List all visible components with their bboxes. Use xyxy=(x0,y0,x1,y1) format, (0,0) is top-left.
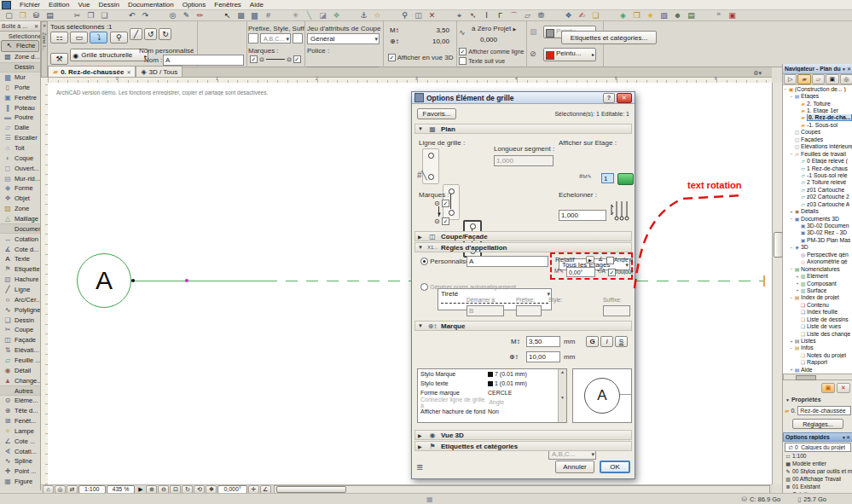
toolbox-header[interactable]: Boîte à ... ✕ xyxy=(0,21,40,32)
reglages-button[interactable]: Réglages... xyxy=(792,419,843,429)
tree-item[interactable]: − ▤ Infos xyxy=(783,345,852,351)
tree-item[interactable]: ▣ PM-3D Plan Mas xyxy=(783,236,852,243)
hscroll-thumb[interactable] xyxy=(276,486,346,493)
tree-item[interactable]: ▱ z03 Cartouche A xyxy=(783,200,852,207)
pen-set-icon[interactable]: ⌂ xyxy=(43,485,54,494)
navigator-menu-icon[interactable]: ▼ xyxy=(842,67,846,72)
parameter-row[interactable]: Stylo Marque 7 (0.01 mm) xyxy=(418,369,566,379)
toolbox-tool[interactable]: ✂ Coupe xyxy=(0,325,40,335)
toolbox-tool[interactable]: ▬ Poutre xyxy=(0,113,40,123)
parameter-row[interactable]: Stylo texte 1 (0.01 mm) xyxy=(418,379,566,388)
redo-icon[interactable]: ↷ xyxy=(139,10,152,21)
tree-item[interactable]: − ▱ Feuilles de travail xyxy=(783,150,852,157)
italic-button[interactable]: I xyxy=(600,336,613,347)
tree-item[interactable]: − ◈ 3D xyxy=(783,244,852,251)
navigator-close-icon[interactable]: ✕ xyxy=(847,66,851,72)
rotate-ccw-icon[interactable]: ↺ xyxy=(144,28,157,40)
tab-close-icon[interactable]: ✕ xyxy=(126,69,130,75)
layout-book-icon[interactable]: ▣ xyxy=(826,74,838,84)
arrow-tool-icon[interactable]: ↖ xyxy=(221,10,234,21)
new-icon[interactable]: ▢ xyxy=(3,10,15,21)
favorites-icon[interactable]: ◈ xyxy=(617,10,629,21)
demarrer-input[interactable]: B xyxy=(467,305,504,316)
marque-size-input[interactable]: 3,50 xyxy=(526,336,560,347)
navigator-header[interactable]: Navigateur - Plan du... ▼ ✕ xyxy=(783,64,852,74)
toolbox-close-icon[interactable]: ✕ xyxy=(34,23,38,29)
magic-wand-icon[interactable]: ☆ xyxy=(371,10,384,21)
library-icon[interactable]: ❒ xyxy=(630,10,643,21)
fit-view-icon[interactable]: ⊡ xyxy=(170,485,181,494)
toolbar-icon[interactable] xyxy=(207,10,220,21)
toolbar-icon[interactable] xyxy=(439,10,452,21)
toolbar-icon[interactable] xyxy=(57,10,70,21)
toolbox-tool[interactable]: A Texte xyxy=(0,254,40,264)
section-vue3d-header[interactable]: ▶◉Vue 3D xyxy=(414,430,632,440)
dialog-close-button[interactable]: ✕ xyxy=(617,93,632,103)
section-etiquettes-header[interactable]: ▶⚑Etiquettes et catégories xyxy=(414,441,632,451)
publisher-icon[interactable]: ◎ xyxy=(840,74,852,84)
menu-item[interactable]: Fichier xyxy=(15,1,44,9)
tree-item[interactable]: ▰ 1. Etage 1er xyxy=(783,107,852,113)
ok-button[interactable]: OK xyxy=(600,461,630,473)
afficher-ligne-checkbox[interactable]: ✓ xyxy=(459,48,467,55)
notes-icon[interactable]: ▧ xyxy=(658,10,670,21)
toolbox-tool[interactable]: ✛ Point ... xyxy=(0,466,40,477)
toolbar-icon[interactable] xyxy=(344,10,356,21)
delete-icon[interactable]: ✕ xyxy=(837,383,850,393)
zoom-out-icon[interactable]: ⊖ xyxy=(158,485,169,494)
cut-icon[interactable]: ✂ xyxy=(71,10,84,21)
publish-icon[interactable]: ⛃ xyxy=(535,10,548,21)
afficher-3d-checkbox[interactable]: ✓ xyxy=(388,54,396,61)
pen-number-input[interactable]: 1 xyxy=(601,173,614,183)
tree-item[interactable]: ❏ Liste de dessins xyxy=(783,316,852,322)
toolbox-tool[interactable]: Dessin xyxy=(0,62,40,72)
toolbox-tool[interactable]: ▨ Zone xyxy=(0,204,40,214)
trace-reference-icon[interactable]: ◪ xyxy=(316,10,329,21)
toolbox-tool[interactable]: ▱ Feuille ... xyxy=(0,355,40,365)
toolbar-icon[interactable] xyxy=(112,10,125,21)
marque-top-checkbox[interactable]: ✓ xyxy=(442,200,449,207)
chat-icon[interactable]: ❝ xyxy=(712,10,725,21)
style-dropdown[interactable]: A,B,C... xyxy=(260,33,291,43)
default-settings-icon[interactable]: ⚏ xyxy=(50,32,68,43)
toolbar-icon[interactable] xyxy=(548,10,561,21)
group-icon[interactable]: ❖ xyxy=(330,10,343,21)
orientation-icon[interactable]: ➴ xyxy=(467,10,479,21)
grid-line-solid[interactable] xyxy=(133,281,265,281)
quick-view-icon[interactable]: ◎ xyxy=(55,485,66,494)
previous-view-icon[interactable]: ↻ xyxy=(182,485,193,494)
toolbox-tool[interactable]: ▱ Dalle xyxy=(0,123,40,133)
annuler-button[interactable]: Annuler xyxy=(555,461,594,473)
options-rapides-header[interactable]: Options rapides ▼ ✕ xyxy=(783,432,852,442)
gravity-icon[interactable]: ⚓ xyxy=(357,10,370,21)
toolbox-tool[interactable]: ↔ Cotation xyxy=(0,234,40,244)
canvas-horizontal-scrollbar[interactable] xyxy=(274,485,770,494)
paste-icon[interactable]: ❏ xyxy=(98,10,111,21)
toolbox-tool[interactable]: ◉ Détail xyxy=(0,365,40,375)
rotate-cw-icon[interactable]: ↻ xyxy=(159,28,171,40)
toolbox-tool[interactable]: ↖ Flèche xyxy=(1,40,39,52)
e-learning-icon[interactable]: ▤ xyxy=(685,10,698,21)
tree-item[interactable]: + ▥ Composant xyxy=(783,280,852,287)
marque-bottom-checkbox[interactable]: ✓ xyxy=(442,217,449,225)
fit-in-window-icon[interactable]: ⌖ xyxy=(453,10,466,21)
zoom-percent-button[interactable]: 435 % xyxy=(107,485,136,494)
teamwork-icon[interactable]: ❖ xyxy=(562,10,575,21)
tree-item[interactable]: ▰ -1. Sous-sol xyxy=(783,121,852,128)
prefixe-input-dialog[interactable] xyxy=(516,305,542,316)
tree-item[interactable]: + ◉ Détails xyxy=(783,207,852,214)
text-height-value[interactable]: 3,50 xyxy=(436,26,449,34)
toolbox-tool[interactable]: ▣ Fenêtre xyxy=(0,92,40,102)
profile-icon[interactable]: ☻ xyxy=(671,10,684,21)
toolbox-tool[interactable]: ▯ Porte xyxy=(0,83,40,93)
tree-item[interactable]: − ▤ Index de projet xyxy=(783,294,852,301)
grid-tool-icon[interactable]: # xyxy=(262,10,275,21)
zoom-flyout-icon[interactable]: ▶ xyxy=(136,486,145,493)
settings-palette-icon[interactable]: ▣ xyxy=(821,383,835,393)
bold-button[interactable]: G xyxy=(586,336,599,347)
marque-parameter-table[interactable]: Stylo Marque 7 (0.01 mm) Stylo texte 1 (… xyxy=(417,368,567,423)
toolbox-tool[interactable]: ╱ Ligne xyxy=(0,285,40,295)
tree-item[interactable]: ▱ 2 Toiture relevé xyxy=(783,179,852,186)
selection-hotspot-magenta[interactable] xyxy=(185,279,188,282)
quick-option-row[interactable]: ≣ 01 Existant xyxy=(783,483,852,490)
